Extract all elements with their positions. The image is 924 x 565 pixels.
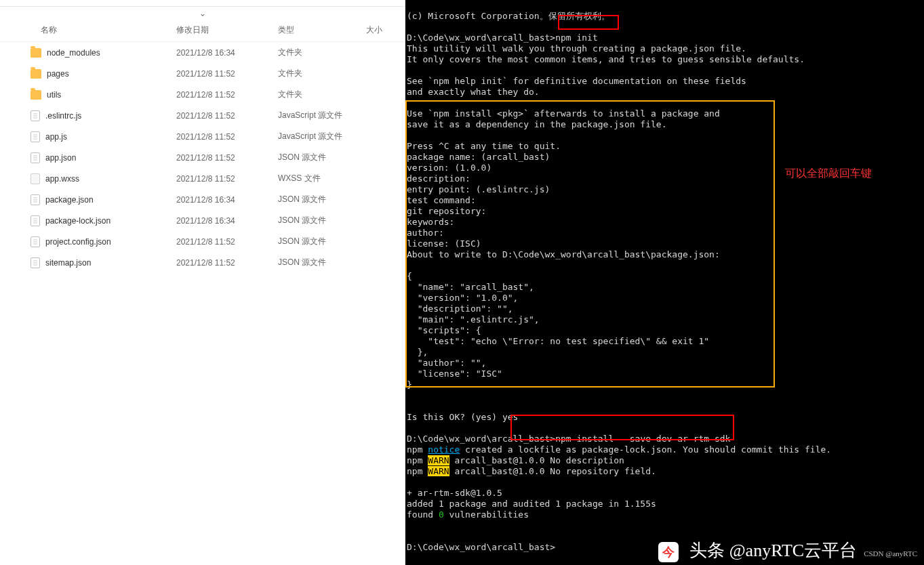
file-type: 文件夹	[278, 68, 366, 79]
file-date: 2021/12/8 11:52	[176, 69, 278, 79]
toutiao-icon: 今	[658, 542, 679, 562]
wxssfile-icon	[31, 173, 40, 184]
header-date[interactable]: 修改日期	[176, 24, 278, 36]
file-name: .eslintrc.js	[45, 111, 81, 121]
file-row[interactable]: package-lock.json2021/12/8 16:34JSON 源文件	[0, 210, 405, 231]
highlight-npm-install	[510, 415, 734, 440]
file-date: 2021/12/8 11:52	[176, 153, 278, 163]
file-row[interactable]: pages2021/12/8 11:52文件夹	[0, 63, 405, 84]
jsonfile-icon	[31, 257, 40, 268]
npm-warn: WARN	[428, 455, 449, 465]
jsonfile-icon	[31, 194, 40, 205]
file-date: 2021/12/8 11:52	[176, 174, 278, 184]
highlight-npm-init	[558, 15, 619, 30]
file-name: package.json	[45, 195, 94, 205]
collapse-chevron[interactable]: ⌃	[0, 7, 405, 19]
file-date: 2021/12/8 11:52	[176, 237, 278, 247]
file-name: utils	[47, 90, 61, 100]
file-date: 2021/12/8 11:52	[176, 258, 278, 268]
folder-icon	[31, 90, 41, 100]
file-name: pages	[47, 69, 69, 79]
file-type: JSON 源文件	[278, 215, 366, 226]
file-row[interactable]: project.config.json2021/12/8 11:52JSON 源…	[0, 231, 405, 252]
header-size[interactable]: 大小	[366, 24, 405, 36]
file-name: package-lock.json	[45, 216, 111, 226]
header-name[interactable]: 名称	[0, 24, 176, 36]
prompt-path: D:\Code\wx_word\arcall_bast>	[407, 33, 555, 43]
file-date: 2021/12/8 11:52	[176, 90, 278, 100]
file-date: 2021/12/8 16:34	[176, 48, 278, 58]
highlight-init-session	[405, 100, 775, 388]
jsfile-icon	[31, 131, 40, 142]
file-type: 文件夹	[278, 89, 366, 100]
file-name: app.js	[45, 132, 67, 142]
file-row[interactable]: sitemap.json2021/12/8 11:52JSON 源文件	[0, 252, 405, 273]
file-type: 文件夹	[278, 47, 366, 58]
file-type: JSON 源文件	[278, 152, 366, 163]
file-type: JavaScript 源文件	[278, 110, 366, 121]
file-type: JSON 源文件	[278, 257, 366, 268]
file-date: 2021/12/8 16:34	[176, 195, 278, 205]
file-row[interactable]: .eslintrc.js2021/12/8 11:52JavaScript 源文…	[0, 105, 405, 126]
annotation-text: 可以全部敲回车键	[785, 168, 872, 179]
file-row[interactable]: node_modules2021/12/8 16:34文件夹	[0, 42, 405, 63]
jsonfile-icon	[31, 236, 40, 247]
terminal-pane[interactable]: (c) Microsoft Corporation。保留所有权利。 D:\Cod…	[405, 0, 924, 565]
file-date: 2021/12/8 16:34	[176, 216, 278, 226]
folder-icon	[31, 69, 41, 79]
folder-icon	[31, 48, 41, 58]
file-row[interactable]: utils2021/12/8 11:52文件夹	[0, 84, 405, 105]
file-row[interactable]: app.js2021/12/8 11:52JavaScript 源文件	[0, 126, 405, 147]
watermark: 今 头条 @anyRTC云平台 CSDN @anyRTC	[658, 542, 917, 562]
jsonfile-icon	[31, 152, 40, 163]
npm-warn: WARN	[428, 466, 449, 476]
file-date: 2021/12/8 11:52	[176, 111, 278, 121]
cmd-npm-init: npm init	[555, 33, 598, 43]
jsfile-icon	[31, 110, 40, 121]
file-name: app.wxss	[45, 174, 79, 184]
header-type[interactable]: 类型	[278, 24, 366, 36]
file-explorer-pane: ⌃ 名称 修改日期 类型 大小 node_modules2021/12/8 16…	[0, 0, 405, 565]
breadcrumb-bar	[0, 0, 405, 7]
jsonfile-icon	[31, 215, 40, 226]
file-name: node_modules	[47, 48, 100, 58]
file-type: JSON 源文件	[278, 194, 366, 205]
file-row[interactable]: app.json2021/12/8 11:52JSON 源文件	[0, 147, 405, 168]
prompt-path: D:\Code\wx_word\arcall_bast>	[407, 542, 555, 552]
file-name: app.json	[45, 153, 76, 163]
file-name: project.config.json	[45, 237, 111, 247]
file-name: sitemap.json	[45, 258, 91, 268]
npm-notice: notice	[428, 444, 460, 455]
file-date: 2021/12/8 11:52	[176, 132, 278, 142]
file-type: JavaScript 源文件	[278, 131, 366, 142]
file-list-header: 名称 修改日期 类型 大小	[0, 19, 405, 42]
file-type: WXSS 文件	[278, 173, 366, 184]
file-list: node_modules2021/12/8 16:34文件夹pages2021/…	[0, 42, 405, 565]
file-row[interactable]: package.json2021/12/8 16:34JSON 源文件	[0, 189, 405, 210]
file-type: JSON 源文件	[278, 236, 366, 247]
file-row[interactable]: app.wxss2021/12/8 11:52WXSS 文件	[0, 168, 405, 189]
